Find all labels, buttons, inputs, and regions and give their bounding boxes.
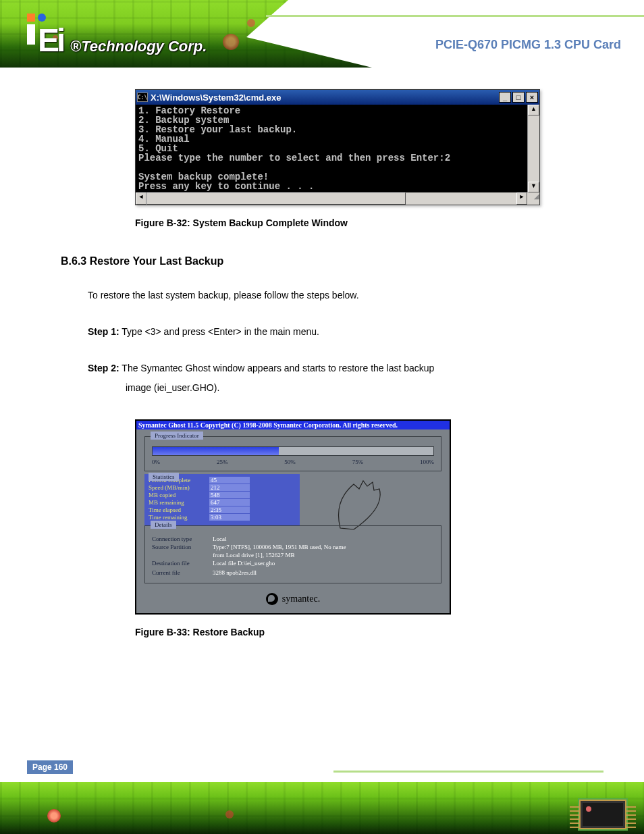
logo-square-icon <box>27 14 35 22</box>
tick-50: 50% <box>284 459 296 465</box>
bottom-line <box>333 771 603 773</box>
logo-e-icon: Ei <box>38 24 63 57</box>
details-label: Details <box>151 521 176 529</box>
scroll-down-icon[interactable]: ▼ <box>528 182 539 192</box>
figure-caption-b: Figure B-33: Restore Backup <box>135 627 617 637</box>
progress-label: Progress Indicator <box>151 432 203 440</box>
symantec-text: symantec. <box>282 594 320 604</box>
paragraph-intro: To restore the last system backup, pleas… <box>88 288 617 304</box>
page-number: Page 160 <box>27 760 73 774</box>
top-banner: Ei ®Technology Corp. PCIE-Q670 PICMG 1.3… <box>0 0 644 76</box>
detail-key: Source Partition <box>152 544 213 550</box>
stat-row: Speed (MB/min)212 <box>149 484 296 492</box>
symantec-swirl-icon <box>266 593 278 605</box>
tick-75: 75% <box>352 459 364 465</box>
stats-box-wrap: Statistics Percent complete45Speed (MB/m… <box>144 478 300 525</box>
detail-key: Destination file <box>152 560 213 567</box>
detail-value: Local <box>213 536 434 542</box>
stat-row: MB copied548 <box>149 492 296 499</box>
stat-value: 647 <box>209 499 250 506</box>
progress-fill <box>153 447 279 455</box>
detail-value: Local file D:\iei_user.gho <box>213 560 434 567</box>
detail-key: Connection type <box>152 536 213 542</box>
step-2: Step 2: The Symantec Ghost window appear… <box>88 361 617 377</box>
maximize-button[interactable]: □ <box>512 92 525 103</box>
stats-label: Statistics <box>149 473 179 481</box>
progress-box: Progress Indicator 0% 25% 50% 75% 100% <box>144 436 441 471</box>
step-2-cont: image (iei_user.GHO). <box>126 380 617 396</box>
stat-value: 2:35 <box>209 506 250 513</box>
horizontal-scrollbar[interactable]: ◄ ► ◢ <box>136 192 539 205</box>
cmd-title-icon: C:\ <box>137 93 148 102</box>
cmd-window: C:\ X:\Windows\System32\cmd.exe _ □ × 1.… <box>135 89 540 205</box>
step-2-text: The Symantec Ghost window appears and st… <box>122 363 434 373</box>
stat-row: MB remaining647 <box>149 499 296 506</box>
stat-key: MB copied <box>149 492 209 499</box>
close-button[interactable]: × <box>526 92 538 103</box>
ghost-title: Symantec Ghost 11.5 Copyright (C) 1998-2… <box>136 421 450 429</box>
details-box: Details Connection typeLocalSource Parti… <box>144 525 441 583</box>
resize-grip-icon[interactable]: ◢ <box>527 192 539 205</box>
tick-0: 0% <box>152 459 160 465</box>
progress-bar <box>152 446 434 456</box>
detail-row: Source PartitionType:7 [NTFS], 100006 MB… <box>152 544 434 550</box>
detail-value: 3288 npob2res.dll <box>213 569 434 576</box>
ghost-logo-icon <box>300 478 441 525</box>
stat-value: 45 <box>209 477 250 484</box>
logo-bar-icon <box>27 24 35 45</box>
detail-key <box>152 552 213 558</box>
banner-line <box>266 15 644 17</box>
figure-caption-a: Figure B-32: System Backup Complete Wind… <box>135 217 617 228</box>
stat-row: Time elapsed2:35 <box>149 506 296 514</box>
logo: Ei <box>27 14 63 57</box>
ghost-window: Symantec Ghost 11.5 Copyright (C) 1998-2… <box>135 419 451 615</box>
stat-key: MB remaining <box>149 499 209 506</box>
bottom-banner: Page 160 <box>0 754 644 834</box>
scroll-up-icon[interactable]: ▲ <box>528 105 539 115</box>
detail-row: Destination fileLocal file D:\iei_user.g… <box>152 560 434 567</box>
hscroll-track[interactable] <box>146 192 516 205</box>
step-1-label: Step 1: <box>88 326 119 337</box>
cmd-title: X:\Windows\System32\cmd.exe <box>151 93 498 103</box>
stats-box: Percent complete45Speed (MB/min)212MB co… <box>144 474 300 525</box>
tick-100: 100% <box>420 459 434 465</box>
minimize-button[interactable]: _ <box>499 92 511 103</box>
step-2-label: Step 2: <box>88 363 119 373</box>
vertical-scrollbar[interactable]: ▲ ▼ <box>527 105 539 192</box>
stat-value: 548 <box>209 492 250 498</box>
page-content: C:\ X:\Windows\System32\cmd.exe _ □ × 1.… <box>0 76 644 751</box>
section-heading: B.6.3 Restore Your Last Backup <box>61 255 617 267</box>
chip-icon <box>579 800 626 829</box>
scroll-right-icon[interactable]: ► <box>516 192 527 205</box>
cmd-titlebar: C:\ X:\Windows\System32\cmd.exe _ □ × <box>136 90 539 105</box>
logo-circle-icon <box>38 14 46 22</box>
step-1-text: Type <3> and press <Enter> in the main m… <box>122 326 319 337</box>
deco-dot-icon <box>47 809 61 823</box>
detail-key: Current file <box>152 569 213 576</box>
symantec-footer: symantec. <box>144 590 441 610</box>
figure-cmd: C:\ X:\Windows\System32\cmd.exe _ □ × 1.… <box>135 89 617 228</box>
stat-key: Speed (MB/min) <box>149 484 209 492</box>
cmd-text: 1. Factory Restore 2. Backup system 3. R… <box>136 105 527 192</box>
product-title: PCIE-Q670 PICMG 1.3 CPU Card <box>435 38 621 52</box>
figure-ghost: Symantec Ghost 11.5 Copyright (C) 1998-2… <box>135 419 617 637</box>
stat-value: 212 <box>209 484 250 491</box>
detail-row: Connection typeLocal <box>152 536 434 542</box>
stat-value: 3:03 <box>209 514 250 521</box>
scroll-left-icon[interactable]: ◄ <box>136 192 146 205</box>
scroll-track[interactable] <box>528 115 539 182</box>
detail-value: Type:7 [NTFS], 100006 MB, 1951 MB used, … <box>213 544 434 550</box>
detail-row: Current file3288 npob2res.dll <box>152 569 434 576</box>
bottom-bg <box>0 782 644 834</box>
logo-tagline: ®Technology Corp. <box>70 38 207 55</box>
detail-row: from Local drive [1], 152627 MB <box>152 552 434 558</box>
stat-key: Time elapsed <box>149 506 209 514</box>
progress-ticks: 0% 25% 50% 75% 100% <box>152 459 434 465</box>
tick-25: 25% <box>217 459 228 465</box>
detail-value: from Local drive [1], 152627 MB <box>213 552 434 558</box>
hscroll-thumb[interactable] <box>146 192 406 205</box>
step-1: Step 1: Type <3> and press <Enter> in th… <box>88 324 617 340</box>
